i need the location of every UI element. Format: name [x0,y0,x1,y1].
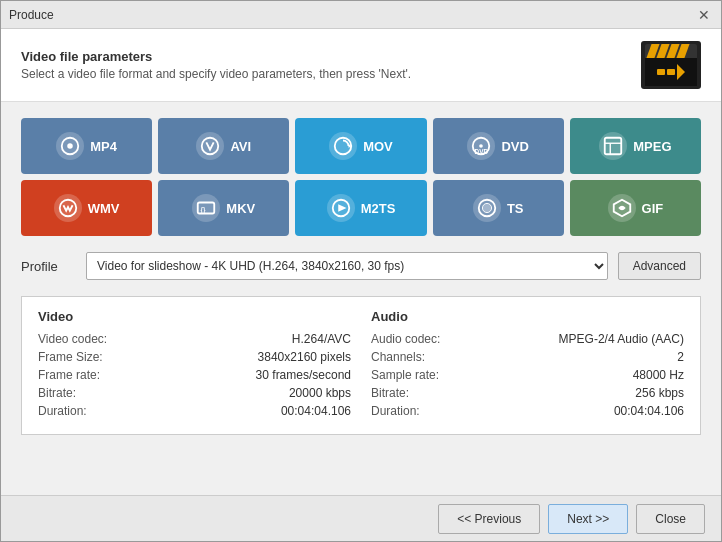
avi-label: AVI [230,139,251,154]
svg-point-20 [482,203,491,212]
format-btn-gif[interactable]: GIF [570,180,701,236]
param-name: Frame Size: [38,350,103,364]
param-name: Sample rate: [371,368,439,382]
window: Produce ✕ Video file parameters Select a… [0,0,722,542]
svg-rect-1 [667,69,675,75]
header-heading: Video file parameters [21,49,411,64]
format-btn-wmv[interactable]: WMV [21,180,152,236]
ts-icon [473,194,501,222]
svg-rect-11 [605,138,622,155]
window-title: Produce [9,8,54,22]
video-param-row: Video codec:H.264/AVC [38,332,351,346]
mp4-label: MP4 [90,139,117,154]
footer: << Previous Next >> Close [1,495,721,541]
close-button[interactable]: Close [636,504,705,534]
m2ts-label: M2TS [361,201,396,216]
param-value: 00:04:04.106 [281,404,351,418]
video-params: Video Video codec:H.264/AVCFrame Size:38… [38,309,351,422]
ts-label: TS [507,201,524,216]
format-btn-mkv[interactable]: {} MKV [158,180,289,236]
param-value: 256 kbps [635,386,684,400]
advanced-button[interactable]: Advanced [618,252,701,280]
gif-label: GIF [642,201,664,216]
mov-icon [329,132,357,160]
param-name: Duration: [38,404,87,418]
video-params-title: Video [38,309,351,324]
param-name: Bitrate: [38,386,76,400]
mov-label: MOV [363,139,393,154]
previous-button[interactable]: << Previous [438,504,540,534]
audio-params-title: Audio [371,309,684,324]
mp4-icon [56,132,84,160]
format-btn-mpeg[interactable]: MPEG [570,118,701,174]
audio-params: Audio Audio codec:MPEG-2/4 Audio (AAC)Ch… [371,309,684,422]
dvd-label: DVD [501,139,528,154]
video-param-row: Frame rate:30 frames/second [38,368,351,382]
audio-param-row: Duration:00:04:04.106 [371,404,684,418]
audio-param-row: Channels:2 [371,350,684,364]
format-btn-mov[interactable]: MOV [295,118,426,174]
mpeg-icon [599,132,627,160]
video-param-row: Bitrate:20000 kbps [38,386,351,400]
app-icon [641,41,701,89]
param-value: 30 frames/second [256,368,351,382]
audio-param-row: Audio codec:MPEG-2/4 Audio (AAC) [371,332,684,346]
param-value: H.264/AVC [292,332,351,346]
params-section: Video Video codec:H.264/AVCFrame Size:38… [21,296,701,435]
profile-label: Profile [21,259,76,274]
format-btn-mp4[interactable]: MP4 [21,118,152,174]
param-name: Duration: [371,404,420,418]
param-name: Audio codec: [371,332,440,346]
param-value: MPEG-2/4 Audio (AAC) [559,332,684,346]
param-value: 3840x2160 pixels [258,350,351,364]
format-btn-avi[interactable]: AVI [158,118,289,174]
param-value: 20000 kbps [289,386,351,400]
gif-icon [608,194,636,222]
param-name: Bitrate: [371,386,409,400]
svg-point-5 [202,138,219,155]
format-btn-m2ts[interactable]: M2TS [295,180,426,236]
format-btn-dvd[interactable]: DVD DVD [433,118,564,174]
header-section: Video file parameters Select a video fil… [1,29,721,102]
param-value: 2 [677,350,684,364]
svg-text:DVD: DVD [475,148,489,155]
param-name: Video codec: [38,332,107,346]
content-area: Video file parameters Select a video fil… [1,29,721,495]
header-description: Select a video file format and specify v… [21,67,411,81]
profile-select[interactable]: Video for slideshow - 4K UHD (H.264, 384… [86,252,608,280]
format-btn-ts[interactable]: TS [433,180,564,236]
param-value: 00:04:04.106 [614,404,684,418]
wmv-icon [54,194,82,222]
main-section: MP4 AVI MOV DVD DVD MPEG WMV {} MKV M2TS… [1,102,721,495]
avi-icon [196,132,224,160]
svg-rect-0 [657,69,665,75]
window-close-button[interactable]: ✕ [695,6,713,24]
header-text: Video file parameters Select a video fil… [21,49,411,81]
audio-param-row: Bitrate:256 kbps [371,386,684,400]
clapperboard-icon [645,44,697,86]
video-param-row: Duration:00:04:04.106 [38,404,351,418]
format-grid: MP4 AVI MOV DVD DVD MPEG WMV {} MKV M2TS… [21,118,701,236]
mkv-icon: {} [192,194,220,222]
svg-text:{}: {} [201,206,206,214]
param-name: Frame rate: [38,368,100,382]
param-value: 48000 Hz [633,368,684,382]
param-name: Channels: [371,350,425,364]
video-param-row: Frame Size:3840x2160 pixels [38,350,351,364]
profile-row: Profile Video for slideshow - 4K UHD (H.… [21,252,701,280]
svg-point-4 [67,143,73,149]
mkv-label: MKV [226,201,255,216]
mpeg-label: MPEG [633,139,671,154]
svg-marker-18 [338,204,346,211]
next-button[interactable]: Next >> [548,504,628,534]
m2ts-icon [327,194,355,222]
audio-param-row: Sample rate:48000 Hz [371,368,684,382]
title-bar: Produce ✕ [1,1,721,29]
svg-point-9 [480,144,484,148]
dvd-icon: DVD [467,132,495,160]
play-arrow-icon [657,64,685,80]
wmv-label: WMV [88,201,120,216]
svg-marker-2 [677,64,685,80]
